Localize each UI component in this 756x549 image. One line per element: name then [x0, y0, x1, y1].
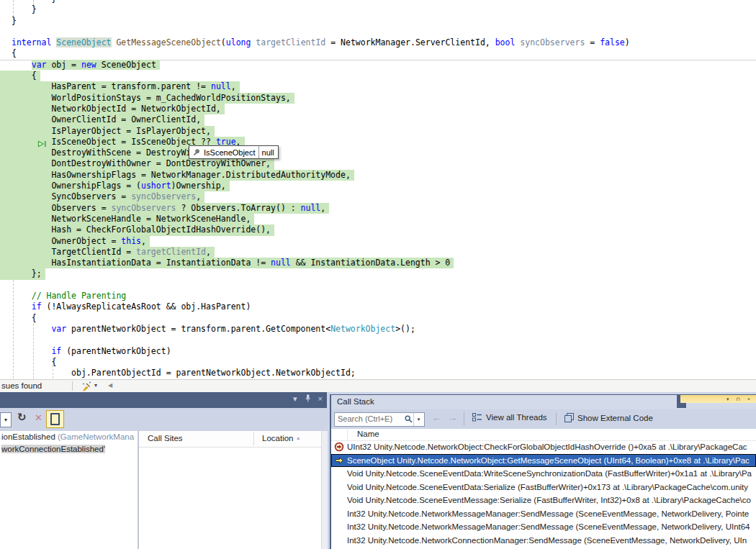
call-stack-titlebar[interactable]: Call Stack ▾ ⊓ ×: [331, 395, 756, 409]
location-column-header[interactable]: Location ▲: [262, 434, 301, 443]
frames-column-header[interactable]: Name: [331, 429, 756, 441]
close-icon[interactable]: ×: [318, 394, 323, 404]
stack-frame-row[interactable]: Void Unity.Netcode.SceneEventMessage:Ser…: [331, 494, 756, 507]
hscroll-left-arrow-icon[interactable]: ◀: [108, 382, 112, 389]
navigate-forward-icon[interactable]: →: [448, 412, 457, 423]
code-line[interactable]: };: [0, 268, 630, 279]
vertical-scrollbar[interactable]: [321, 431, 328, 549]
titlebar-buttons[interactable]: ▾ ⊓ ×: [680, 395, 756, 403]
call-hierarchy-titlebar[interactable]: ▾ ×: [0, 392, 327, 408]
refresh-icon[interactable]: ↻: [17, 411, 27, 424]
code-line[interactable]: SyncObservers = syncObservers,: [0, 191, 630, 202]
vs-debug-window: } }}internal SceneObject GetMessageScene…: [0, 0, 756, 549]
code-cleanup-broom-icon[interactable]: [81, 381, 91, 393]
frame-text: UInt32 Unity.Netcode.NetworkObject:Check…: [347, 443, 747, 451]
search-icon[interactable]: [405, 415, 413, 425]
toolbar-separator: [464, 412, 464, 425]
pin-icon[interactable]: ⊓: [736, 396, 739, 402]
toggle-detail-pane-button[interactable]: [46, 410, 64, 428]
close-icon[interactable]: ×: [747, 396, 750, 401]
code-line[interactable]: DestroyWithScene = DestroyWi: [0, 148, 630, 158]
code-line[interactable]: {: [0, 313, 630, 324]
code-line[interactable]: IsSceneObject = IsSceneObject ?? true,: [0, 137, 630, 148]
datatip-divider: [258, 146, 259, 158]
stack-frame-row[interactable]: Int32 Unity.Netcode.NetworkMessageManage…: [331, 520, 756, 534]
call-sites-header: Call Sites Location ▲: [139, 431, 321, 448]
code-line[interactable]: obj.ParentObjectId = parentNetworkObject…: [0, 368, 630, 378]
code-line[interactable]: {: [0, 71, 630, 81]
search-input[interactable]: Search (Ctrl+E) ▾: [334, 412, 425, 427]
pin-icon[interactable]: [305, 394, 311, 404]
toolbar-separator: [556, 412, 557, 425]
frame-text: Void Unity.Netcode.SceneEventData:WriteS…: [347, 469, 752, 478]
column-divider: [347, 430, 348, 440]
search-dropdown-icon[interactable]: ▾: [413, 413, 423, 426]
code-line[interactable]: var obj = new SceneObject: [0, 60, 630, 71]
call-hierarchy-toolbar: ▾ ↻ ✕: [0, 408, 327, 431]
code-line[interactable]: IsPlayerObject = IsPlayerObject,: [0, 126, 630, 137]
column-divider[interactable]: [253, 432, 254, 445]
breakpoint-arrow-icon: [331, 442, 347, 452]
delete-icon[interactable]: ✕: [35, 412, 42, 423]
code-editor[interactable]: } }}internal SceneObject GetMessageScene…: [0, 0, 756, 379]
code-line[interactable]: OwnershipFlags = (ushort)Ownership,: [0, 181, 630, 191]
code-line[interactable]: TargetClientId = targetClientId,: [0, 247, 630, 258]
code-line[interactable]: HasParent = transform.parent != null,: [0, 81, 630, 92]
stack-frame-row[interactable]: Int32 Unity.Netcode.NetworkConnectionMan…: [331, 534, 756, 548]
code-line[interactable]: }: [0, 16, 630, 27]
code-line[interactable]: internal SceneObject GetMessageSceneObje…: [0, 37, 630, 48]
stack-frame-row[interactable]: Void Unity.Netcode.SceneEventData:WriteS…: [331, 467, 756, 481]
stack-frame-row[interactable]: SceneObject Unity.Netcode.NetworkObject:…: [331, 454, 756, 468]
sort-ascending-icon: ▲: [296, 435, 301, 440]
frame-text: SceneObject Unity.Netcode.NetworkObject:…: [347, 456, 750, 465]
code-line[interactable]: {: [0, 48, 630, 59]
code-line[interactable]: HasInstantiationData = InstantiationData…: [0, 258, 630, 268]
show-external-code-button[interactable]: Show External Code: [564, 413, 653, 422]
code-line[interactable]: if (parentNetworkObject): [0, 346, 630, 357]
frame-text: Void Unity.Netcode.SceneEventData:Serial…: [347, 483, 748, 491]
call-hierarchy-item[interactable]: workConnectionEstablished': [0, 443, 138, 455]
code-line[interactable]: HasOwnershipFlags = NetworkManager.Distr…: [0, 170, 630, 181]
name-column-header: Name: [357, 430, 379, 438]
call-sites-pane: Call Sites Location ▲: [139, 431, 321, 549]
window-position-chevron-icon[interactable]: ▾: [293, 394, 297, 404]
navigate-back-icon[interactable]: ←: [432, 412, 441, 423]
code-line[interactable]: OwnerClientId = OwnerClientId,: [0, 114, 630, 125]
code-line[interactable]: // Handle Parenting: [0, 291, 630, 301]
code-text: } }}internal SceneObject GetMessageScene…: [0, 0, 630, 378]
code-line[interactable]: {: [0, 357, 630, 368]
code-line[interactable]: DontDestroyWithOwner = DontDestroyWithOw…: [0, 158, 630, 169]
threads-icon: [472, 413, 482, 422]
debug-statement-glyph-icon[interactable]: [37, 137, 47, 150]
issues-status-text: sues found: [1, 381, 42, 390]
code-line[interactable]: Observers = syncObservers ? Observers.To…: [0, 203, 630, 214]
code-line[interactable]: NetworkObjectId = NetworkObjectId,: [0, 104, 630, 114]
call-stack-toolbar: Search (Ctrl+E) ▾ ← → V: [331, 409, 756, 429]
code-line[interactable]: NetworkSceneHandle = NetworkSceneHandle,: [0, 214, 630, 224]
code-line[interactable]: OwnerObject = this,: [0, 236, 630, 247]
frame-text: Int32 Unity.Netcode.NetworkConnectionMan…: [347, 536, 747, 545]
cleanup-dropdown-icon[interactable]: ▾: [94, 382, 97, 389]
datatip-label: IsSceneObject: [204, 148, 256, 157]
call-hierarchy-tree[interactable]: ionEstablished (GameNetworkManaworkConne…: [0, 431, 138, 549]
datatip-tooltip: IsSceneObject null: [189, 145, 279, 159]
code-line[interactable]: Hash = CheckForGlobalObjectIdHashOverrid…: [0, 224, 630, 235]
stack-frame-row[interactable]: Void Unity.Netcode.SceneEventData:Serial…: [331, 481, 756, 494]
scope-combo-dropdown[interactable]: ▾: [0, 412, 12, 427]
code-line[interactable]: [0, 27, 630, 37]
code-line[interactable]: [0, 280, 630, 291]
datatip-value: null: [262, 148, 274, 157]
stack-frame-list: UInt32 Unity.Netcode.NetworkObject:Check…: [331, 440, 756, 549]
view-all-threads-button[interactable]: View all Threads: [472, 413, 547, 422]
call-hierarchy-item[interactable]: ionEstablished (GameNetworkMana: [0, 431, 138, 443]
code-line[interactable]: if (!AlwaysReplicateAsRoot && obj.HasPar…: [0, 301, 630, 312]
stack-frame-row[interactable]: UInt32 Unity.Netcode.NetworkObject:Check…: [331, 440, 756, 454]
window-position-chevron-icon[interactable]: ▾: [726, 396, 729, 402]
stack-frame-row[interactable]: Int32 Unity.Netcode.NetworkMessageManage…: [331, 507, 756, 521]
call-sites-column-header[interactable]: Call Sites: [148, 434, 183, 443]
code-line[interactable]: var parentNetworkObject = transform.pare…: [0, 324, 630, 335]
editor-status-strip: sues found ▾ ◀: [0, 379, 756, 393]
code-line[interactable]: }: [0, 4, 630, 15]
code-line[interactable]: [0, 335, 630, 345]
code-line[interactable]: WorldPositionStays = m_CachedWorldPositi…: [0, 93, 630, 104]
